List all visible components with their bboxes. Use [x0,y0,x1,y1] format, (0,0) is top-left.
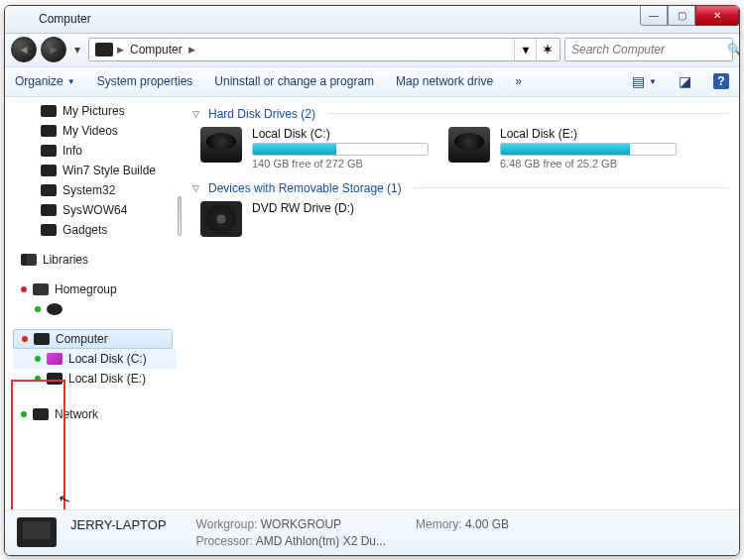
refresh-button[interactable]: ✶ [536,39,558,60]
hard-disk-icon [448,127,490,163]
command-bar: Organize ▼ System properties Uninstall o… [5,67,739,97]
memory-value: 4.00 GB [465,517,509,531]
body: My Pictures My Videos Info Win7 Style Bu… [5,97,739,509]
drive-label: DVD RW Drive (D:) [252,201,429,215]
forward-button[interactable]: ► [41,37,66,62]
tree-item-local-disk-e[interactable]: Local Disk (E:) [13,369,177,389]
group-header-hdd[interactable]: ▽ Hard Disk Drives (2) [192,107,729,121]
folder-icon [41,165,57,176]
content-pane[interactable]: ▽ Hard Disk Drives (2) Local Disk (C:) 1… [183,97,739,509]
nav-bar: ◄ ► ▾ ▶ Computer ▶ ▾ ✶ 🔍 [5,34,739,67]
history-dropdown[interactable]: ▾ [70,43,84,56]
homegroup-icon [33,283,49,295]
organize-menu[interactable]: Organize ▼ [15,74,75,88]
drive-icon [47,373,62,385]
search-box[interactable]: 🔍 [564,38,733,61]
dropdown-icon[interactable]: ▾ [514,39,536,60]
user-icon [47,303,62,315]
tree-item-libraries[interactable]: Libraries [13,250,177,270]
title-bar[interactable]: Computer — ▢ ✕ [5,6,739,34]
tree-item-gadgets[interactable]: Gadgets [13,220,177,240]
group-header-removable[interactable]: ▽ Devices with Removable Storage (1) [192,181,729,195]
folder-icon [41,105,57,117]
drive-local-disk-e[interactable]: Local Disk (E:) 6.48 GB free of 25.2 GB [448,127,677,169]
drive-free-text: 6.48 GB free of 25.2 GB [500,158,677,169]
minimize-button[interactable]: — [640,6,668,26]
search-icon[interactable]: 🔍 [727,43,740,56]
tree-item-system32[interactable]: System32 [13,180,177,200]
tree-item-syswow64[interactable]: SysWOW64 [13,200,177,220]
dvd-drive-icon [200,201,242,237]
more-commands-button[interactable]: » [515,74,522,88]
back-button[interactable]: ◄ [11,37,37,62]
navigation-pane[interactable]: My Pictures My Videos Info Win7 Style Bu… [5,97,177,509]
computer-name: JERRY-LAPTOP [70,517,167,532]
drive-icon [47,353,62,365]
tree-item-my-pictures[interactable]: My Pictures [13,101,177,121]
usage-bar [500,143,677,156]
cursor-icon: ↖ [57,489,73,507]
usage-bar [252,143,429,156]
help-button[interactable]: ? [713,73,729,89]
chevron-right-icon[interactable]: ▶ [188,45,195,55]
map-network-drive-button[interactable]: Map network drive [396,74,493,88]
tree-item-win7-style[interactable]: Win7 Style Builde [13,161,177,180]
folder-icon [41,184,57,196]
tree-item-computer[interactable]: Computer [13,329,173,349]
tree-item-info[interactable]: Info [13,141,177,161]
breadcrumb-computer[interactable]: Computer [124,43,188,56]
explorer-window: Computer — ▢ ✕ ◄ ► ▾ ▶ Computer ▶ ▾ ✶ 🔍 … [4,5,740,556]
search-input[interactable] [565,43,727,56]
uninstall-program-button[interactable]: Uninstall or change a program [214,74,374,88]
network-icon [33,408,49,420]
folder-icon [41,125,57,137]
tree-item-local-disk-c[interactable]: Local Disk (C:) [13,349,177,369]
drive-label: Local Disk (C:) [252,127,429,141]
drive-label: Local Disk (E:) [500,127,677,141]
collapse-icon[interactable]: ▽ [192,109,202,119]
folder-icon [41,204,57,216]
details-pane: JERRY-LAPTOP Workgroup: WORKGROUP Memory… [5,509,739,555]
folder-icon [41,224,57,236]
workgroup-value: WORKGROUP [261,517,341,531]
preview-pane-button[interactable]: ◪ [679,73,691,89]
chevron-right-icon[interactable]: ▶ [117,45,124,55]
tree-item-homegroup[interactable]: Homegroup [13,280,177,299]
folder-icon [41,145,57,157]
address-bar[interactable]: ▶ Computer ▶ ▾ ✶ [88,38,560,61]
libraries-icon [21,254,37,266]
tree-item-homegroup-child[interactable] [13,299,177,319]
drive-dvd-rw[interactable]: DVD RW Drive (D:) [200,201,429,237]
drive-free-text: 140 GB free of 272 GB [252,158,429,169]
close-button[interactable]: ✕ [695,6,739,26]
collapse-icon[interactable]: ▽ [192,183,202,193]
tree-item-my-videos[interactable]: My Videos [13,121,177,141]
maximize-button[interactable]: ▢ [668,6,695,26]
drive-local-disk-c[interactable]: Local Disk (C:) 140 GB free of 272 GB [200,127,429,169]
hard-disk-icon [200,127,242,163]
window-title: Computer [13,12,640,26]
system-properties-button[interactable]: System properties [97,74,193,88]
tree-item-network[interactable]: Network [13,404,177,424]
computer-icon [34,333,50,345]
view-options-button[interactable]: ▤ ▼ [632,73,657,89]
processor-value: AMD Athlon(tm) X2 Du... [256,534,386,548]
computer-large-icon [17,517,57,547]
computer-icon [95,43,113,56]
